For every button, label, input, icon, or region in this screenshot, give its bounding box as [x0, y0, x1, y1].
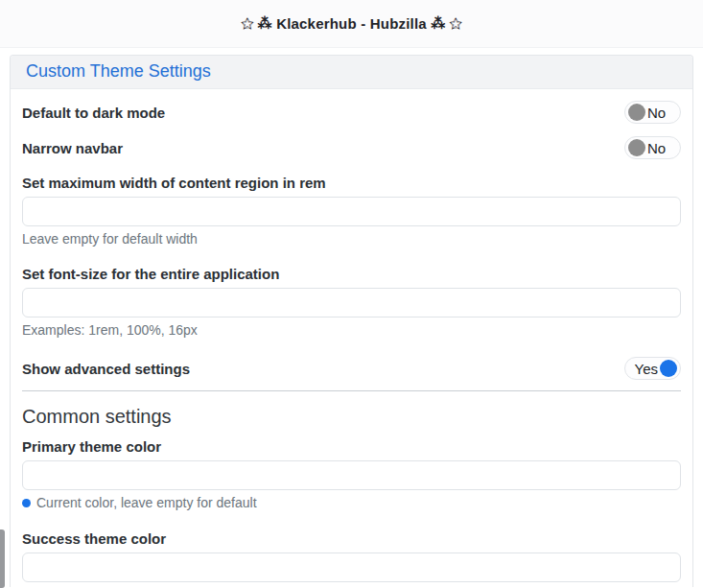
max-width-input[interactable] — [22, 197, 681, 226]
panel-title: Custom Theme Settings — [26, 61, 211, 81]
toggle-knob-icon — [628, 139, 645, 156]
dark-mode-toggle[interactable]: No — [624, 101, 681, 124]
app-title: ✩ ⁂ Klackerhub - Hubzilla ⁂ ✩ — [241, 15, 461, 33]
setting-row-narrow-navbar: Narrow navbar No — [22, 136, 681, 159]
primary-color-input[interactable] — [22, 460, 681, 490]
field-group-primary-color: Primary theme color Current color, leave… — [22, 438, 681, 510]
advanced-toggle-state: Yes — [635, 362, 658, 376]
max-width-label: Set maximum width of content region in r… — [22, 175, 681, 191]
field-group-success-color: Success theme color Current color, leave… — [22, 530, 681, 587]
section-divider — [22, 390, 681, 391]
dark-mode-toggle-state: No — [647, 106, 666, 120]
primary-color-label: Primary theme color — [22, 438, 681, 455]
dark-mode-label: Default to dark mode — [22, 105, 165, 121]
field-group-max-width: Set maximum width of content region in r… — [22, 175, 681, 247]
panel-body: Default to dark mode No Narrow navbar No… — [11, 89, 692, 587]
max-width-help: Leave empty for default width — [22, 231, 681, 247]
settings-panel: Custom Theme Settings Default to dark mo… — [10, 55, 693, 587]
narrow-navbar-label: Narrow navbar — [22, 140, 123, 156]
toggle-knob-icon — [628, 104, 645, 121]
advanced-settings-toggle[interactable]: Yes — [624, 357, 681, 380]
toggle-knob-icon — [660, 360, 677, 377]
narrow-navbar-toggle-state: No — [647, 141, 666, 155]
setting-row-dark-mode: Default to dark mode No — [22, 101, 681, 124]
common-settings-heading: Common settings — [22, 406, 681, 428]
advanced-settings-label: Show advanced settings — [22, 361, 190, 377]
primary-color-dot-icon — [22, 499, 31, 507]
success-color-label: Success theme color — [22, 530, 681, 547]
primary-color-help-text: Current color, leave empty for default — [36, 495, 257, 510]
app-header: ✩ ⁂ Klackerhub - Hubzilla ⁂ ✩ — [0, 0, 703, 48]
primary-color-help: Current color, leave empty for default — [22, 495, 681, 510]
scrollbar-thumb[interactable] — [0, 529, 5, 588]
panel-header: Custom Theme Settings — [11, 56, 692, 89]
narrow-navbar-toggle[interactable]: No — [624, 136, 681, 159]
field-group-font-size: Set font-size for the entire application… — [22, 266, 681, 338]
setting-row-advanced: Show advanced settings Yes — [22, 357, 681, 380]
font-size-input[interactable] — [22, 288, 681, 318]
font-size-label: Set font-size for the entire application — [22, 266, 681, 282]
success-color-input[interactable] — [22, 553, 681, 582]
font-size-help: Examples: 1rem, 100%, 16px — [22, 322, 681, 338]
